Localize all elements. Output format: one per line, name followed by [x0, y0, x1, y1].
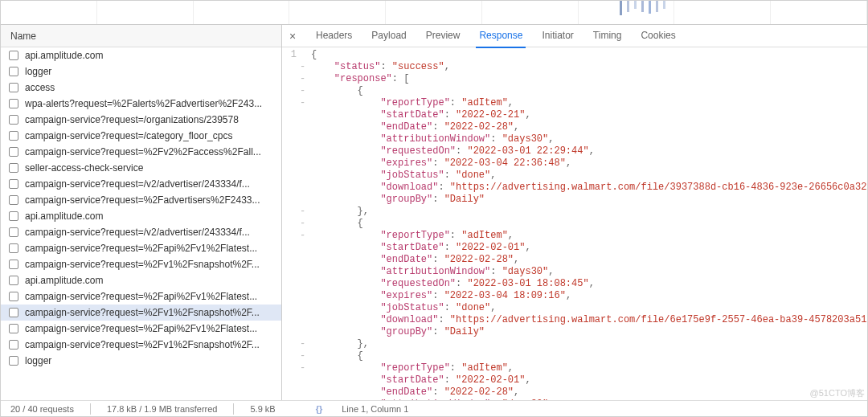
- row-checkbox[interactable]: [9, 51, 18, 60]
- tab-headers[interactable]: Headers: [306, 25, 362, 47]
- name-column-header[interactable]: Name: [1, 25, 281, 47]
- response-body[interactable]: 1 ---------- { "status": "success", "res…: [282, 47, 867, 400]
- request-label: wpa-alerts?request=%2Falerts%2Fadvertise…: [25, 98, 262, 109]
- request-row[interactable]: campaign-service?request=%2Fapi%2Fv1%2Fl…: [1, 240, 281, 256]
- request-label: campaign-service?request=/category_floor…: [25, 130, 232, 141]
- format-icon[interactable]: {}: [316, 404, 323, 414]
- status-resources: 5.9 kB: [250, 404, 275, 414]
- row-checkbox[interactable]: [9, 243, 18, 253]
- row-checkbox[interactable]: [9, 115, 18, 125]
- row-checkbox[interactable]: [9, 83, 18, 92]
- detail-tabs: × HeadersPayloadPreviewResponseInitiator…: [282, 25, 867, 47]
- row-checkbox[interactable]: [9, 195, 18, 205]
- tab-timing[interactable]: Timing: [583, 25, 632, 47]
- timeline-ruler: [1, 1, 867, 25]
- row-checkbox[interactable]: [9, 276, 18, 285]
- request-row[interactable]: campaign-service?request=%2Fapi%2Fv1%2Fl…: [1, 321, 281, 337]
- request-row[interactable]: api.amplitude.com: [1, 272, 281, 288]
- request-list: api.amplitude.comloggeraccesswpa-alerts?…: [1, 47, 281, 400]
- request-label: campaign-service?request=%2Fapi%2Fv1%2Fl…: [25, 291, 257, 302]
- request-row[interactable]: campaign-service?request=%2Fv1%2Fsnapsho…: [1, 337, 281, 353]
- request-row[interactable]: access: [1, 80, 281, 96]
- tab-preview[interactable]: Preview: [416, 25, 470, 47]
- request-label: api.amplitude.com: [25, 275, 103, 286]
- row-checkbox[interactable]: [9, 227, 18, 237]
- row-checkbox[interactable]: [9, 179, 18, 189]
- request-row[interactable]: api.amplitude.com: [1, 208, 281, 224]
- request-label: access: [25, 82, 55, 93]
- request-row[interactable]: seller-access-check-service: [1, 160, 281, 176]
- close-icon[interactable]: ×: [285, 29, 300, 43]
- row-checkbox[interactable]: [9, 340, 18, 350]
- row-checkbox[interactable]: [9, 99, 18, 108]
- row-checkbox[interactable]: [9, 356, 18, 366]
- row-checkbox[interactable]: [9, 308, 18, 317]
- status-requests: 20 / 40 requests: [10, 404, 74, 414]
- request-row[interactable]: logger: [1, 353, 281, 369]
- request-label: seller-access-check-service: [25, 162, 143, 174]
- request-label: logger: [25, 355, 51, 366]
- status-transferred: 17.8 kB / 1.9 MB transferred: [107, 404, 218, 414]
- request-label: campaign-service?request=%2Fv1%2Fsnapsho…: [25, 307, 260, 318]
- request-row[interactable]: campaign-service?request=%2Fv1%2Fsnapsho…: [1, 305, 281, 321]
- request-row[interactable]: campaign-service?request=%2Fapi%2Fv1%2Fl…: [1, 288, 281, 305]
- tab-cookies[interactable]: Cookies: [631, 25, 685, 47]
- row-checkbox[interactable]: [9, 163, 18, 173]
- tab-payload[interactable]: Payload: [362, 25, 416, 47]
- tab-response[interactable]: Response: [469, 25, 532, 47]
- request-label: logger: [25, 66, 51, 77]
- request-label: campaign-service?request=%2Fv1%2Fsnapsho…: [25, 339, 260, 350]
- request-label: campaign-service?request=/v2/advertiser/…: [25, 227, 250, 238]
- row-checkbox[interactable]: [9, 324, 18, 333]
- row-checkbox[interactable]: [9, 131, 18, 141]
- request-label: campaign-service?request=%2Fv2%2Faccess%…: [25, 146, 261, 157]
- request-label: campaign-service?request=%2Fv1%2Fsnapsho…: [25, 259, 260, 270]
- tab-initiator[interactable]: Initiator: [532, 25, 583, 47]
- request-row[interactable]: campaign-service?request=/organizations/…: [1, 112, 281, 128]
- request-label: campaign-service?request=/organizations/…: [25, 114, 239, 125]
- row-checkbox[interactable]: [9, 292, 18, 301]
- request-row[interactable]: api.amplitude.com: [1, 47, 281, 63]
- request-row[interactable]: wpa-alerts?request=%2Falerts%2Fadvertise…: [1, 96, 281, 112]
- request-row[interactable]: campaign-service?request=%2Fv2%2Faccess%…: [1, 144, 281, 160]
- request-label: campaign-service?request=/v2/advertiser/…: [25, 178, 250, 190]
- request-label: campaign-service?request=%2Fapi%2Fv1%2Fl…: [25, 243, 257, 254]
- request-row[interactable]: logger: [1, 63, 281, 80]
- request-label: api.amplitude.com: [25, 50, 103, 61]
- request-row[interactable]: campaign-service?request=%2Fadvertisers%…: [1, 192, 281, 208]
- row-checkbox[interactable]: [9, 260, 18, 269]
- row-checkbox[interactable]: [9, 147, 18, 157]
- request-row[interactable]: campaign-service?request=/v2/advertiser/…: [1, 224, 281, 240]
- request-row[interactable]: campaign-service?request=/category_floor…: [1, 128, 281, 144]
- request-label: campaign-service?request=%2Fapi%2Fv1%2Fl…: [25, 323, 257, 334]
- status-bar: 20 / 40 requests 17.8 kB / 1.9 MB transf…: [1, 400, 867, 416]
- timeline-marks: [620, 1, 665, 25]
- request-label: api.amplitude.com: [25, 211, 103, 222]
- request-label: campaign-service?request=%2Fadvertisers%…: [25, 194, 260, 206]
- row-checkbox[interactable]: [9, 211, 18, 221]
- status-cursor: Line 1, Column 1: [342, 404, 408, 414]
- request-row[interactable]: campaign-service?request=/v2/advertiser/…: [1, 176, 281, 192]
- request-row[interactable]: campaign-service?request=%2Fv1%2Fsnapsho…: [1, 256, 281, 272]
- row-checkbox[interactable]: [9, 67, 18, 76]
